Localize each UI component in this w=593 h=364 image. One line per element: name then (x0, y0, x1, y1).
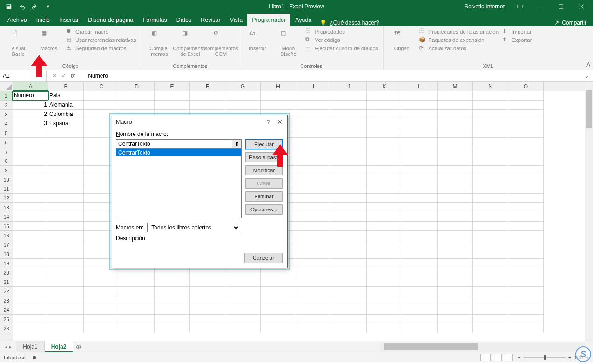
cell[interactable] (13, 166, 48, 175)
dialog-help-button[interactable]: ? (267, 118, 270, 126)
cell[interactable] (296, 194, 331, 203)
ver-codigo-button[interactable]: ⧉Ver código (305, 36, 378, 44)
tab-archivo[interactable]: Archivo (3, 14, 32, 26)
cell[interactable] (402, 296, 438, 305)
cell[interactable] (402, 166, 438, 175)
cell[interactable] (261, 324, 296, 333)
cell[interactable] (331, 175, 367, 184)
cell[interactable] (473, 175, 508, 184)
tab-ayuda[interactable]: Ayuda (290, 14, 316, 26)
cell[interactable] (13, 240, 48, 249)
prop-asignacion-button[interactable]: ☰Propiedades de la asignación (419, 28, 499, 35)
cell[interactable] (13, 249, 48, 259)
cell[interactable] (119, 324, 155, 333)
cell[interactable] (402, 240, 438, 249)
cell[interactable] (331, 296, 367, 305)
cell[interactable] (119, 315, 155, 324)
row-header[interactable]: 18 (0, 249, 13, 259)
cell[interactable] (438, 315, 473, 324)
cell[interactable] (331, 259, 367, 268)
cell[interactable] (13, 128, 48, 138)
cell[interactable] (296, 138, 331, 147)
cell[interactable] (13, 287, 48, 296)
cell[interactable] (402, 277, 438, 287)
cell[interactable] (296, 296, 331, 305)
cell[interactable] (119, 287, 155, 296)
cell[interactable] (331, 240, 367, 249)
cell[interactable] (48, 231, 84, 240)
cell[interactable] (331, 156, 367, 166)
horizontal-scrollbar[interactable] (380, 343, 585, 351)
cell[interactable] (473, 147, 508, 156)
cell[interactable] (438, 175, 473, 184)
cell[interactable] (48, 184, 84, 194)
cell[interactable] (261, 101, 296, 110)
cell[interactable] (473, 128, 508, 138)
cell[interactable] (402, 305, 438, 315)
cell[interactable] (119, 101, 155, 110)
enter-formula-icon[interactable]: ✓ (61, 73, 66, 79)
cell[interactable] (155, 315, 190, 324)
row-header[interactable]: 20 (0, 268, 13, 277)
cell[interactable] (190, 268, 225, 277)
redo-icon[interactable] (30, 1, 40, 12)
cell[interactable] (331, 110, 367, 119)
row-header[interactable]: 14 (0, 212, 13, 222)
cell[interactable] (331, 147, 367, 156)
cell[interactable] (473, 315, 508, 324)
cell[interactable] (438, 259, 473, 268)
cell[interactable] (438, 212, 473, 222)
cell[interactable] (438, 119, 473, 128)
cell[interactable] (48, 138, 84, 147)
macros-en-select[interactable]: Todos los libros abiertos (147, 223, 240, 232)
cell[interactable] (331, 101, 367, 110)
cell[interactable] (508, 156, 544, 166)
cell[interactable] (296, 175, 331, 184)
cell[interactable] (473, 305, 508, 315)
cell[interactable] (331, 249, 367, 259)
row-header[interactable]: 4 (0, 119, 13, 128)
cell[interactable] (331, 203, 367, 212)
cell[interactable] (13, 175, 48, 184)
cell[interactable] (119, 296, 155, 305)
cell[interactable] (367, 203, 402, 212)
cell[interactable] (296, 110, 331, 119)
cell[interactable] (13, 156, 48, 166)
cell[interactable] (155, 277, 190, 287)
tab-programador[interactable]: Programador (247, 14, 290, 26)
cell[interactable] (473, 91, 508, 101)
actualizar-datos-button[interactable]: ⟳Actualizar datos (419, 45, 499, 52)
cell[interactable] (367, 315, 402, 324)
cell[interactable] (473, 259, 508, 268)
cell[interactable] (296, 184, 331, 194)
cell[interactable] (438, 138, 473, 147)
cell[interactable] (225, 287, 261, 296)
modo-diseno-button[interactable]: ◫Modo Diseño (275, 28, 302, 62)
tab-insertar[interactable]: Insertar (54, 14, 83, 26)
cell[interactable] (473, 249, 508, 259)
cell[interactable] (438, 287, 473, 296)
row-header[interactable]: 25 (0, 315, 13, 324)
cell[interactable] (155, 268, 190, 277)
cell[interactable] (13, 296, 48, 305)
cell[interactable] (331, 128, 367, 138)
cell[interactable] (402, 249, 438, 259)
cell[interactable] (296, 305, 331, 315)
column-header[interactable]: M (438, 82, 473, 91)
tab-revisar[interactable]: Revisar (196, 14, 225, 26)
cell[interactable] (367, 268, 402, 277)
eliminar-button[interactable]: Eliminar (245, 191, 283, 202)
row-header[interactable]: 2 (0, 101, 13, 110)
cell[interactable] (331, 138, 367, 147)
save-icon[interactable] (4, 1, 14, 12)
cell[interactable] (48, 175, 84, 184)
cell[interactable] (225, 305, 261, 315)
cell[interactable] (438, 305, 473, 315)
cell[interactable] (84, 324, 119, 333)
cell[interactable] (296, 91, 331, 101)
cell[interactable] (438, 203, 473, 212)
fx-icon[interactable]: fx (71, 73, 80, 79)
cell[interactable] (438, 296, 473, 305)
cell[interactable] (473, 166, 508, 175)
row-header[interactable]: 3 (0, 110, 13, 119)
